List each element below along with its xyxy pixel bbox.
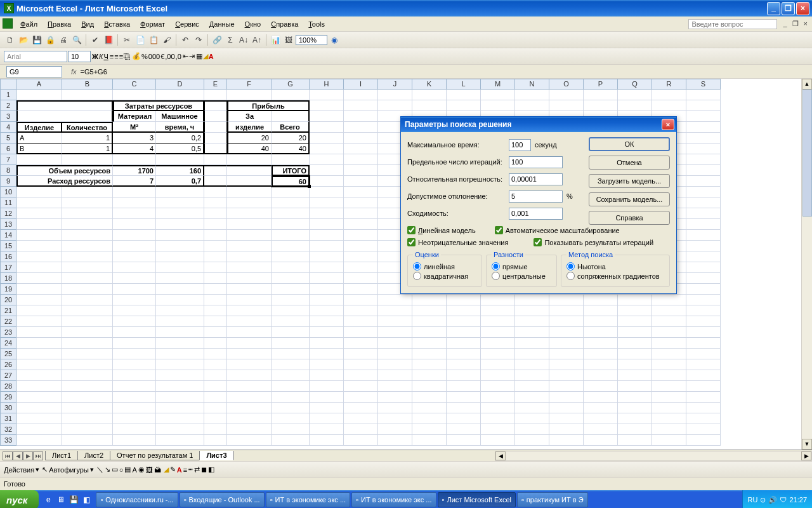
cell-A20[interactable]	[16, 295, 62, 305]
max-time-input[interactable]	[509, 139, 531, 151]
cell-D23[interactable]	[156, 327, 204, 338]
cell-I9[interactable]	[344, 176, 378, 187]
cell-E11[interactable]	[204, 197, 227, 208]
col-header-I[interactable]: I	[344, 79, 378, 90]
cell-N26[interactable]	[515, 359, 549, 370]
cell-A7[interactable]	[16, 154, 62, 165]
cell-D6[interactable]: 0,5	[156, 144, 204, 154]
cell-C20[interactable]	[113, 295, 156, 305]
row-header-9[interactable]: 9	[0, 176, 16, 187]
align-right-icon[interactable]: ≡	[119, 53, 123, 60]
zoom-combo[interactable]	[296, 35, 327, 45]
underline-icon[interactable]: Ч	[103, 53, 108, 60]
cell-B23[interactable]	[62, 327, 113, 338]
cell-D10[interactable]	[156, 187, 204, 197]
cell-H12[interactable]	[310, 208, 344, 219]
cell-H7[interactable]	[310, 154, 344, 165]
cell-P1[interactable]	[584, 90, 618, 100]
cell-O33[interactable]	[549, 435, 584, 446]
cell-M27[interactable]	[481, 370, 515, 381]
cell-L33[interactable]	[447, 435, 481, 446]
autoshapes-menu[interactable]: Автофигуры	[49, 466, 89, 474]
copy-icon[interactable]: 📄	[134, 34, 147, 46]
cell-C2[interactable]: Затраты рессурсов	[113, 100, 204, 111]
cell-J28[interactable]	[378, 381, 412, 392]
estimate-quad-radio[interactable]: квадратичная	[413, 272, 476, 280]
cut-icon[interactable]: ✂	[121, 34, 133, 46]
cell-Q27[interactable]	[618, 370, 652, 381]
research-icon[interactable]: 📕	[102, 34, 115, 46]
cell-H32[interactable]	[310, 424, 344, 435]
tray-icon[interactable]: ⊙	[760, 496, 766, 504]
cell-M25[interactable]	[481, 349, 515, 359]
cell-Q32[interactable]	[618, 424, 652, 435]
cell-R22[interactable]	[652, 316, 686, 327]
showiter-checkbox[interactable]: Показывать результаты итераций	[534, 238, 653, 246]
cell-M2[interactable]	[481, 100, 515, 111]
cell-O26[interactable]	[549, 359, 584, 370]
undo-icon[interactable]: ↶	[179, 34, 192, 46]
horizontal-scrollbar[interactable]: ◀▶	[495, 451, 812, 461]
cell-O30[interactable]	[549, 403, 584, 413]
menu-файл[interactable]: Файл	[15, 18, 43, 30]
deriv-forward-radio[interactable]: прямые	[492, 262, 551, 271]
cell-R28[interactable]	[652, 381, 686, 392]
cell-K22[interactable]	[412, 316, 447, 327]
cell-S22[interactable]	[686, 316, 721, 327]
cell-F30[interactable]	[227, 403, 272, 413]
cell-I29[interactable]	[344, 392, 378, 403]
cell-B28[interactable]	[62, 381, 113, 392]
cell-D16[interactable]	[156, 251, 204, 262]
cell-S31[interactable]	[686, 413, 721, 424]
cell-I28[interactable]	[344, 381, 378, 392]
cell-D1[interactable]	[156, 90, 204, 100]
cell-M33[interactable]	[481, 435, 515, 446]
cell-J22[interactable]	[378, 316, 412, 327]
actions-menu[interactable]: Действия	[4, 466, 34, 474]
autosum-icon[interactable]: Σ	[224, 34, 237, 46]
cell-L23[interactable]	[447, 327, 481, 338]
cell-J23[interactable]	[378, 327, 412, 338]
cell-K33[interactable]	[412, 435, 447, 446]
cell-J29[interactable]	[378, 392, 412, 403]
cell-P28[interactable]	[584, 381, 618, 392]
dialog-close-button[interactable]: ×	[662, 119, 674, 130]
clock[interactable]: 21:27	[789, 496, 807, 504]
cell-H24[interactable]	[310, 338, 344, 349]
cell-Q31[interactable]	[618, 413, 652, 424]
cell-G19[interactable]	[272, 284, 310, 295]
cell-J20[interactable]	[378, 295, 412, 305]
cell-H22[interactable]	[310, 316, 344, 327]
cell-A33[interactable]	[16, 435, 62, 446]
cell-C28[interactable]	[113, 381, 156, 392]
cell-C33[interactable]	[113, 435, 156, 446]
cell-B19[interactable]	[62, 284, 113, 295]
sort-desc-icon[interactable]: A↑	[251, 34, 263, 46]
cell-O24[interactable]	[549, 338, 584, 349]
sort-asc-icon[interactable]: A↓	[237, 34, 250, 46]
cell-G30[interactable]	[272, 403, 310, 413]
cell-S1[interactable]	[686, 90, 721, 100]
cell-S24[interactable]	[686, 338, 721, 349]
cell-E5[interactable]	[204, 133, 227, 144]
taskbar-task-0[interactable]: ▫Одноклассники.ru -...	[96, 492, 178, 507]
cell-I10[interactable]	[344, 187, 378, 197]
cell-C25[interactable]	[113, 349, 156, 359]
cell-D3[interactable]: Машинное	[156, 111, 204, 122]
row-header-20[interactable]: 20	[0, 295, 16, 305]
taskbar-task-2[interactable]: ▫ИТ в экономике экс ...	[266, 492, 350, 507]
cell-C30[interactable]	[113, 403, 156, 413]
row-header-12[interactable]: 12	[0, 208, 16, 219]
tray-volume-icon[interactable]: 🔊	[768, 496, 777, 504]
row-header-1[interactable]: 1	[0, 90, 16, 100]
cell-S14[interactable]	[686, 230, 721, 241]
cell-G28[interactable]	[272, 381, 310, 392]
cell-G13[interactable]	[272, 219, 310, 230]
cell-I4[interactable]	[344, 122, 378, 133]
cell-P31[interactable]	[584, 413, 618, 424]
cell-D13[interactable]	[156, 219, 204, 230]
cell-G5[interactable]: 20	[272, 133, 310, 144]
cell-H8[interactable]	[310, 165, 344, 176]
cell-C16[interactable]	[113, 251, 156, 262]
wordart-icon[interactable]: A	[132, 466, 136, 474]
